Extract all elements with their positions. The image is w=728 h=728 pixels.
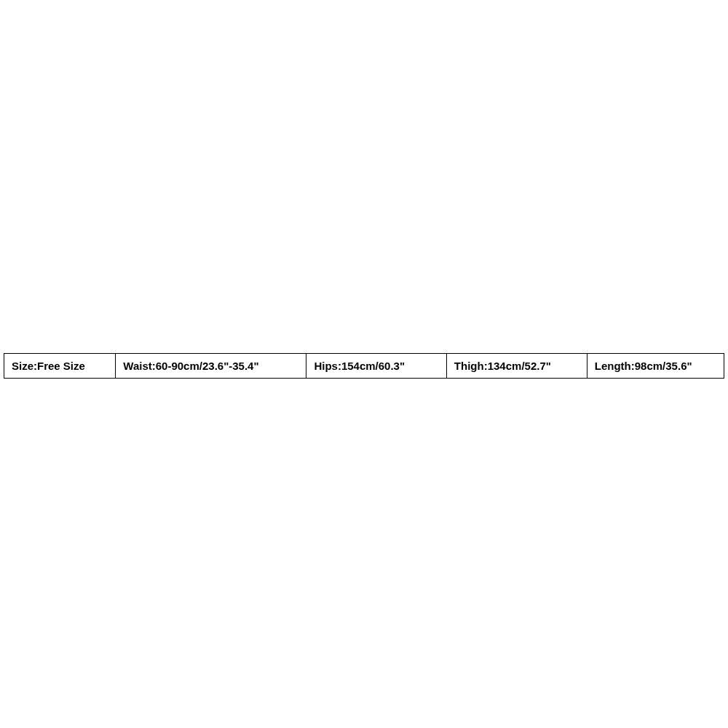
- hips-cell: Hips:154cm/60.3": [306, 354, 446, 379]
- length-cell: Length:98cm/35.6": [587, 354, 724, 379]
- sizing-table: Size:Free Size Waist:60-90cm/23.6"-35.4"…: [4, 353, 724, 379]
- thigh-cell: Thigh:134cm/52.7": [446, 354, 587, 379]
- size-cell: Size:Free Size: [4, 354, 116, 379]
- table-row: Size:Free Size Waist:60-90cm/23.6"-35.4"…: [4, 354, 724, 379]
- waist-cell: Waist:60-90cm/23.6"-35.4": [116, 354, 306, 379]
